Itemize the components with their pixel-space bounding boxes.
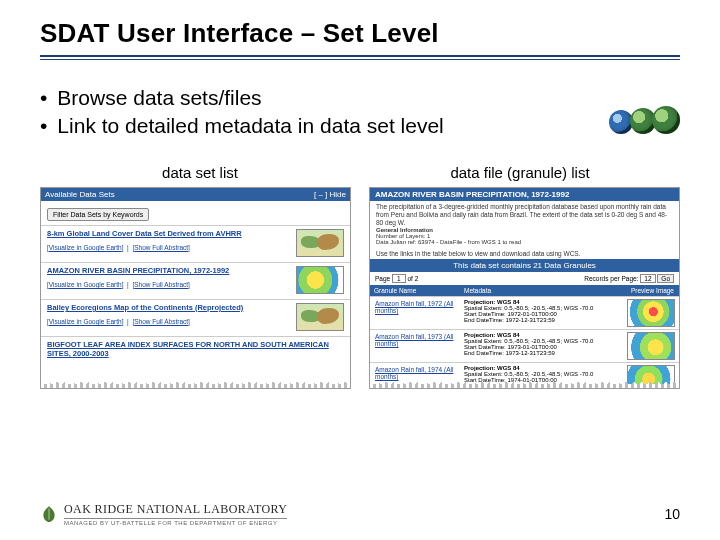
bullet-list: Browse data sets/files Link to detailed … (40, 86, 680, 138)
granule-count-banner: This data set contains 21 Data Granules (370, 259, 679, 272)
granule-description: The precipitation of a 3-degree-gridded … (370, 201, 679, 227)
torn-edge (370, 380, 679, 388)
page-input[interactable]: 1 (392, 274, 406, 283)
visualize-link[interactable]: Visualize in Google Earth (49, 318, 122, 325)
dataset-item: AMAZON RIVER BASIN PRECIPITATION, 1972-1… (41, 262, 350, 299)
globe-icon (652, 106, 680, 134)
dataset-list-panel: Available Data Sets [ – ] Hide Filter Da… (40, 187, 351, 389)
granule-hint: Use the links in the table below to view… (370, 248, 679, 259)
abstract-link[interactable]: Show Full Abstract (134, 244, 188, 251)
hide-toggle[interactable]: [ – ] Hide (314, 190, 346, 199)
dataset-link[interactable]: Bailey Ecoregions Map of the Continents … (47, 303, 290, 312)
granule-row: Amazon Rain fall, 1973 (All months) Proj… (370, 329, 679, 362)
granule-row: Amazon Rain fall, 1972 (All months) Proj… (370, 296, 679, 329)
ornl-logo-text: OAK RIDGE NATIONAL LABORATORY MANAGED BY… (64, 502, 287, 526)
oak-leaf-icon (40, 505, 58, 523)
col-preview: Preview Image (627, 285, 679, 296)
bullet-item: Link to detailed metadata in data set le… (40, 114, 680, 138)
dataset-thumb (296, 303, 344, 331)
dataset-list-header: Available Data Sets [ – ] Hide (41, 188, 350, 201)
dataset-item: BIGFOOT LEAF AREA INDEX SURFACES FOR NOR… (41, 336, 350, 363)
granule-meta-cell: Projection: WGS 84 Spatial Extent: 0.5,-… (460, 297, 623, 329)
granule-link[interactable]: Amazon Rain fall, 1973 (All months) (370, 330, 460, 362)
panels: Available Data Sets [ – ] Hide Filter Da… (40, 187, 680, 389)
visualize-link[interactable]: Visualize in Google Earth (49, 244, 122, 251)
granule-thumb (627, 299, 675, 327)
abstract-link[interactable]: Show Full Abstract (134, 318, 188, 325)
col-meta: Metadata (460, 285, 627, 296)
abstract-link[interactable]: Show Full Abstract (134, 281, 188, 288)
filter-button[interactable]: Filter Data Sets by Keywords (47, 208, 149, 221)
granule-link[interactable]: Amazon Rain fall, 1972 (All months) (370, 297, 460, 329)
granule-header: AMAZON RIVER BASIN PRECIPITATION, 1972-1… (370, 188, 679, 201)
dataset-thumb (296, 266, 344, 294)
title-rule (40, 55, 680, 60)
granule-meta-cell: Projection: WGS 84 Spatial Extent: 0.5,-… (460, 330, 623, 362)
col-name: Granule Name (370, 285, 460, 296)
pager: Page 1 of 2 Records per Page: 12 Go (370, 272, 679, 285)
dataset-thumb (296, 229, 344, 257)
granule-table-head: Granule Name Metadata Preview Image (370, 285, 679, 296)
granule-list-panel: AMAZON RIVER BASIN PRECIPITATION, 1972-1… (369, 187, 680, 389)
caption-left: data set list (40, 164, 360, 181)
footer: OAK RIDGE NATIONAL LABORATORY MANAGED BY… (40, 502, 680, 526)
dataset-link[interactable]: 8-km Global Land Cover Data Set Derived … (47, 229, 290, 238)
perpage-label: Records per Page: (584, 275, 638, 282)
bullet-item: Browse data sets/files (40, 86, 680, 110)
page-number: 10 (664, 506, 680, 522)
caption-right: data file (granule) list (360, 164, 680, 181)
slide: SDAT User Interface – Set Level Browse d… (0, 0, 720, 540)
page-title: SDAT User Interface – Set Level (40, 18, 680, 49)
perpage-input[interactable]: 12 (640, 274, 655, 283)
dataset-link[interactable]: AMAZON RIVER BASIN PRECIPITATION, 1972-1… (47, 266, 290, 275)
go-button[interactable]: Go (657, 274, 674, 283)
dataset-item: 8-km Global Land Cover Data Set Derived … (41, 225, 350, 262)
dataset-item: Bailey Ecoregions Map of the Continents … (41, 299, 350, 336)
panel-captions: data set list data file (granule) list (40, 164, 680, 181)
pager-label: Page (375, 275, 390, 282)
dataset-list-title: Available Data Sets (45, 190, 115, 199)
globe-decoration (617, 106, 680, 138)
granule-thumb (627, 332, 675, 360)
dataset-link[interactable]: BIGFOOT LEAF AREA INDEX SURFACES FOR NOR… (47, 340, 338, 358)
torn-edge (41, 380, 350, 388)
granule-meta: General Information Number of Layers: 1 … (370, 227, 679, 248)
visualize-link[interactable]: Visualize in Google Earth (49, 281, 122, 288)
